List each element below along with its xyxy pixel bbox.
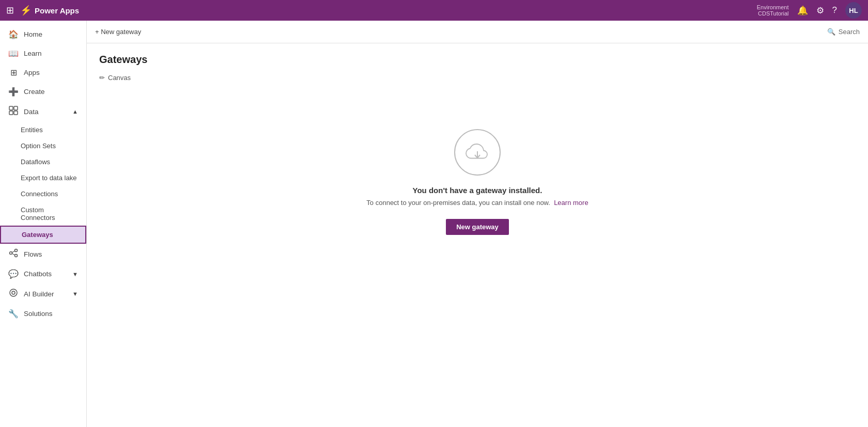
data-icon xyxy=(8,106,19,117)
sidebar-item-flows-label: Flows xyxy=(24,250,78,258)
canvas-pencil-icon: ✏ xyxy=(99,74,105,82)
search-button[interactable]: 🔍 Search xyxy=(827,28,860,36)
svg-rect-0 xyxy=(9,106,13,110)
sidebar-item-gateways[interactable]: Gateways xyxy=(0,226,86,244)
sidebar-item-create-label: Create xyxy=(24,88,78,96)
topbar: ⊞ ⚡ Power Apps Environment CDSTutorial 🔔… xyxy=(0,0,868,21)
empty-desc-pre: To connect to your on-premises data, you… xyxy=(366,199,550,207)
option-sets-label: Option Sets xyxy=(21,142,56,150)
svg-point-5 xyxy=(15,249,18,252)
sidebar-item-apps[interactable]: ⊞ Apps xyxy=(0,63,86,82)
sidebar-item-ai-builder-label: AI Builder xyxy=(24,290,67,298)
connections-label: Connections xyxy=(21,190,58,198)
sidebar-item-entities[interactable]: Entities xyxy=(0,122,86,138)
empty-state-title: You don't have a gateway installed. xyxy=(413,186,542,195)
settings-icon[interactable]: ⚙ xyxy=(816,5,824,16)
new-gateway-toolbar-button[interactable]: + New gateway xyxy=(95,28,141,36)
chatbots-chevron-icon: ▼ xyxy=(72,271,78,277)
canvas-tag[interactable]: ✏ Canvas xyxy=(99,74,856,82)
user-avatar[interactable]: HL xyxy=(845,2,862,19)
export-data-lake-label: Export to data lake xyxy=(21,174,76,182)
layout: 🏠 Home 📖 Learn ⊞ Apps ➕ Create xyxy=(0,21,868,427)
apps-grid-icon[interactable]: ⊞ xyxy=(6,5,14,16)
chatbots-icon: 💬 xyxy=(8,269,19,279)
cloud-upload-icon xyxy=(454,129,501,176)
data-chevron-icon: ▲ xyxy=(72,108,78,115)
sidebar-item-chatbots-label: Chatbots xyxy=(24,270,67,278)
gateways-label: Gateways xyxy=(22,231,53,239)
notification-icon[interactable]: 🔔 xyxy=(797,5,808,16)
apps-icon: ⊞ xyxy=(8,68,19,77)
environment-info: Environment CDSTutorial xyxy=(757,4,789,17)
solutions-icon: 🔧 xyxy=(8,309,19,319)
environment-name: CDSTutorial xyxy=(758,10,789,17)
svg-point-4 xyxy=(10,252,12,255)
sidebar-item-create[interactable]: ➕ Create xyxy=(0,82,86,101)
sidebar-item-solutions-label: Solutions xyxy=(24,310,78,318)
entities-label: Entities xyxy=(21,126,43,134)
app-name: Power Apps xyxy=(35,6,79,15)
page-title: Gateways xyxy=(99,54,856,66)
learn-more-link[interactable]: Learn more xyxy=(554,199,588,207)
learn-icon: 📖 xyxy=(8,49,19,58)
search-label: Search xyxy=(839,28,860,36)
topbar-right: Environment CDSTutorial 🔔 ⚙ ? HL xyxy=(757,2,862,19)
custom-connectors-label: Custom Connectors xyxy=(21,206,78,222)
sidebar-item-apps-label: Apps xyxy=(24,69,78,76)
search-icon: 🔍 xyxy=(827,28,835,36)
svg-rect-2 xyxy=(9,111,13,115)
svg-rect-1 xyxy=(14,106,18,110)
sidebar-item-learn-label: Learn xyxy=(24,50,78,57)
flows-icon xyxy=(8,248,19,260)
sidebar-item-solutions[interactable]: 🔧 Solutions xyxy=(0,304,86,323)
svg-rect-3 xyxy=(14,111,18,115)
logo-icon: ⚡ xyxy=(20,5,32,16)
sidebar-item-learn[interactable]: 📖 Learn xyxy=(0,44,86,63)
app-logo: ⚡ Power Apps xyxy=(20,5,79,16)
content-area: Gateways ✏ Canvas You don't have a gatew… xyxy=(87,43,868,427)
sidebar-item-connections[interactable]: Connections xyxy=(0,186,86,202)
sidebar: 🏠 Home 📖 Learn ⊞ Apps ➕ Create xyxy=(0,21,87,427)
sidebar-item-home[interactable]: 🏠 Home xyxy=(0,25,86,44)
svg-line-7 xyxy=(12,251,15,252)
svg-point-10 xyxy=(10,289,17,296)
help-icon[interactable]: ? xyxy=(832,5,837,15)
sidebar-item-dataflows[interactable]: Dataflows xyxy=(0,154,86,170)
empty-state-description: To connect to your on-premises data, you… xyxy=(366,199,588,207)
dataflows-label: Dataflows xyxy=(21,158,50,166)
sub-toolbar: + New gateway 🔍 Search xyxy=(87,21,868,43)
sidebar-item-data[interactable]: Data ▲ xyxy=(0,101,86,122)
main-area: + New gateway 🔍 Search Gateways ✏ Canvas xyxy=(87,21,868,427)
environment-label: Environment xyxy=(757,4,789,10)
svg-point-6 xyxy=(15,255,18,257)
empty-state: You don't have a gateway installed. To c… xyxy=(99,98,856,266)
sidebar-item-option-sets[interactable]: Option Sets xyxy=(0,138,86,154)
home-icon: 🏠 xyxy=(8,29,19,39)
create-icon: ➕ xyxy=(8,87,19,97)
sidebar-item-flows[interactable]: Flows xyxy=(0,244,86,264)
svg-point-9 xyxy=(12,291,15,294)
ai-builder-chevron-icon: ▼ xyxy=(72,291,78,297)
ai-builder-icon xyxy=(8,288,19,299)
sidebar-item-ai-builder[interactable]: AI Builder ▼ xyxy=(0,283,86,304)
sidebar-item-data-label: Data xyxy=(24,108,67,116)
sidebar-item-chatbots[interactable]: 💬 Chatbots ▼ xyxy=(0,264,86,283)
sidebar-item-custom-connectors[interactable]: Custom Connectors xyxy=(0,202,86,226)
new-gateway-action-button[interactable]: New gateway xyxy=(446,219,509,235)
sidebar-item-export-data-lake[interactable]: Export to data lake xyxy=(0,170,86,186)
sidebar-item-home-label: Home xyxy=(24,30,78,38)
svg-line-8 xyxy=(12,254,15,255)
canvas-tag-label: Canvas xyxy=(108,74,131,82)
